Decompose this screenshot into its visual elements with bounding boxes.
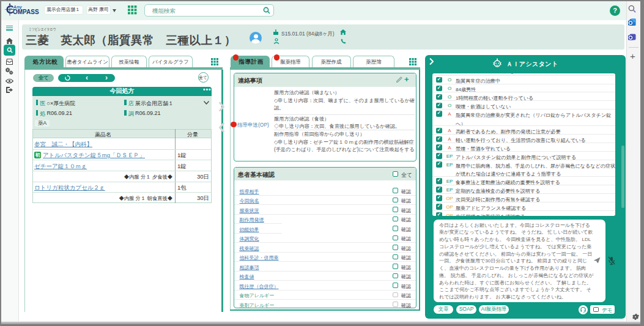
- svg-text:OMPASS: OMPASS: [13, 9, 39, 15]
